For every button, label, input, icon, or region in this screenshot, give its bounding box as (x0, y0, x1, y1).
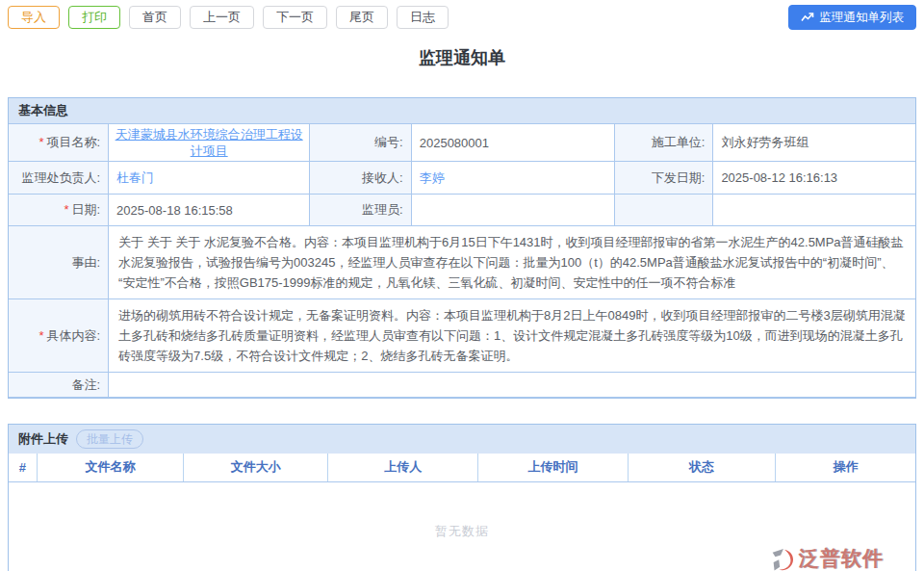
fanpu-logo-icon (768, 547, 797, 571)
col-status: 状态 (628, 454, 776, 481)
page-title: 监理通知单 (0, 46, 924, 69)
receiver-value: 李婷 (411, 162, 614, 195)
number-value: 2025080001 (411, 124, 614, 162)
reason-label: 事由: (9, 226, 109, 299)
fanpu-brand-text: 泛普软件 (799, 548, 884, 568)
attachment-table: # 文件名称 文件大小 上传人 上传时间 状态 操作 (9, 454, 915, 482)
receiver-link[interactable]: 李婷 (420, 170, 445, 185)
date-value: 2025-08-18 16:15:58 (109, 195, 310, 226)
basic-info-section: 基本信息 *项目名称: 天津蒙城县水环境综合治理工程设计项目 编号: 20250… (8, 97, 916, 399)
import-button[interactable]: 导入 (8, 6, 60, 29)
supervisor-head-label: 监理处负责人: (9, 162, 109, 195)
next-page-button[interactable]: 下一页 (263, 6, 327, 29)
supervisor-head-link[interactable]: 杜春门 (116, 170, 154, 185)
col-file-name: 文件名称 (37, 454, 184, 481)
basic-info-header: 基本信息 (9, 98, 915, 123)
toolbar: 导入 打印 首页 上一页 下一页 尾页 日志 监理通知单列表 (0, 0, 924, 30)
fanpu-watermark: 泛普软件 www.fanpusoft.com (768, 547, 911, 571)
content-label: *具体内容: (9, 299, 109, 373)
remark-value (109, 373, 915, 398)
table-row: 事由: 关于 关于 关于 水泥复验不合格。内容：本项目监理机构于6月15日下午1… (9, 226, 915, 299)
attachment-empty-area: 暂无数据 泛普软件 www.fanpusoft.com (9, 482, 915, 571)
empty-label-cell (614, 195, 713, 226)
attachment-header: 附件上传 批量上传 (9, 425, 915, 454)
prev-page-button[interactable]: 上一页 (190, 6, 254, 29)
content-value: 进场的砌筑用砖不符合设计规定，无备案证明资料。内容：本项目监理机构于8月2日上午… (109, 299, 915, 373)
table-row: *具体内容: 进场的砌筑用砖不符合设计规定，无备案证明资料。内容：本项目监理机构… (9, 299, 915, 373)
attachment-section: 附件上传 批量上传 # 文件名称 文件大小 上传人 上传时间 状态 操作 暂无数… (8, 424, 916, 571)
basic-info-table: *项目名称: 天津蒙城县水环境综合治理工程设计项目 编号: 2025080001… (9, 123, 915, 398)
notice-list-button[interactable]: 监理通知单列表 (788, 5, 917, 30)
table-row: 备注: (9, 373, 915, 398)
col-index: # (9, 454, 37, 481)
inspector-label: 监理员: (310, 195, 412, 226)
attachment-section-title: 附件上传 (18, 430, 68, 448)
notice-list-button-label: 监理通知单列表 (820, 10, 905, 26)
first-page-button[interactable]: 首页 (129, 6, 181, 29)
table-row: 监理处负责人: 杜春门 接收人: 李婷 下发日期: 2025-08-12 16:… (9, 162, 915, 195)
col-file-size: 文件大小 (184, 454, 328, 481)
required-mark: * (64, 202, 68, 217)
required-mark: * (38, 328, 43, 343)
remark-label: 备注: (9, 373, 109, 398)
fanpu-logo-texts: 泛普软件 www.fanpusoft.com (799, 548, 911, 571)
project-name-link[interactable]: 天津蒙城县水环境综合治理工程设计项目 (116, 127, 303, 158)
batch-upload-button[interactable]: 批量上传 (76, 429, 143, 449)
project-name-value: 天津蒙城县水环境综合治理工程设计项目 (109, 124, 310, 162)
receiver-label: 接收人: (310, 162, 412, 195)
col-actions: 操作 (776, 454, 915, 481)
issue-date-value: 2025-08-12 16:16:13 (713, 162, 915, 195)
table-row: *项目名称: 天津蒙城县水环境综合治理工程设计项目 编号: 2025080001… (9, 124, 915, 162)
print-button[interactable]: 打印 (68, 6, 120, 29)
col-uploader: 上传人 (328, 454, 478, 481)
table-row: *日期: 2025-08-18 16:15:58 监理员: (9, 195, 915, 226)
trending-up-icon (801, 12, 814, 23)
empty-data-text: 暂无数据 (9, 482, 915, 540)
contractor-value: 刘永好劳务班组 (713, 124, 915, 162)
log-button[interactable]: 日志 (397, 6, 449, 29)
inspector-value (411, 195, 614, 226)
last-page-button[interactable]: 尾页 (336, 6, 388, 29)
issue-date-label: 下发日期: (614, 162, 713, 195)
number-label: 编号: (310, 124, 412, 162)
reason-value: 关于 关于 关于 水泥复验不合格。内容：本项目监理机构于6月15日下午1431时… (109, 226, 915, 299)
date-label: *日期: (9, 195, 109, 226)
col-upload-time: 上传时间 (478, 454, 628, 481)
project-name-label: *项目名称: (9, 124, 109, 162)
contractor-label: 施工单位: (614, 124, 713, 162)
supervisor-head-value: 杜春门 (109, 162, 310, 195)
required-mark: * (38, 135, 43, 149)
empty-value-cell (713, 195, 915, 226)
attachment-table-header-row: # 文件名称 文件大小 上传人 上传时间 状态 操作 (9, 454, 915, 481)
